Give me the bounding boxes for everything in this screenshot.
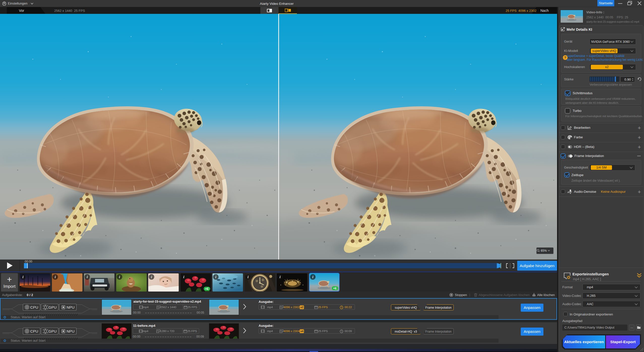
svg-text:NPU: NPU: [67, 329, 75, 333]
svg-text:NPU: NPU: [67, 305, 75, 309]
svg-text:CPU: CPU: [30, 329, 38, 333]
svg-text:GPU: GPU: [48, 305, 57, 309]
svg-text:GPU: GPU: [48, 329, 57, 333]
svg-text:CPU: CPU: [30, 305, 38, 309]
